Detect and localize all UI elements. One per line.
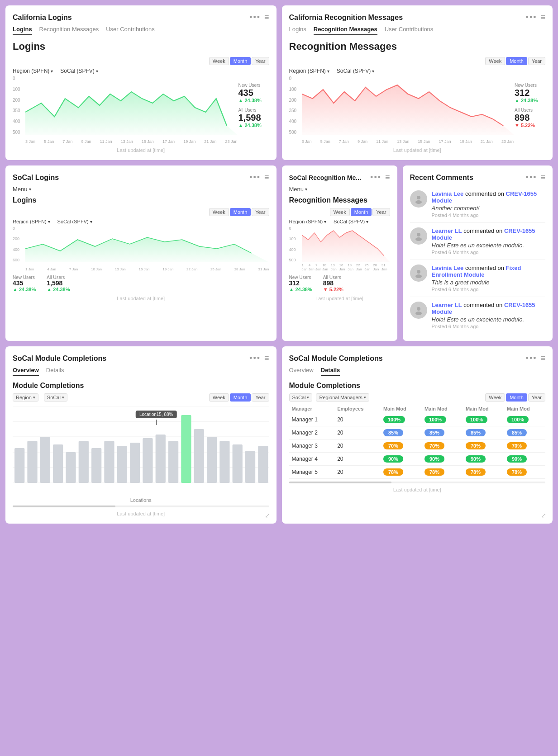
hamburger-menu-icon[interactable]: ≡ bbox=[385, 173, 390, 182]
filter-year[interactable]: Year bbox=[528, 57, 545, 65]
filter-buttons: Week Month Year bbox=[209, 208, 269, 216]
filter-week[interactable]: Week bbox=[209, 393, 229, 402]
dots-menu-icon[interactable]: ••• bbox=[526, 173, 537, 182]
filter-month[interactable]: Month bbox=[351, 208, 372, 216]
menu-dropdown[interactable]: Menu bbox=[13, 186, 269, 193]
filter-year[interactable]: Year bbox=[252, 393, 269, 402]
socal-dropdown[interactable]: SoCal (SPFV) bbox=[57, 219, 92, 224]
avatar bbox=[410, 190, 427, 208]
region-dropdown[interactable]: Region (SPFN) bbox=[13, 219, 50, 224]
y-axis: 5004003502001000 bbox=[289, 76, 302, 135]
filter-year[interactable]: Year bbox=[372, 208, 390, 216]
hamburger-menu-icon[interactable]: ≡ bbox=[540, 13, 545, 22]
dots-menu-icon[interactable]: ••• bbox=[249, 13, 261, 22]
filter-week[interactable]: Week bbox=[209, 57, 229, 65]
filter-month[interactable]: Month bbox=[230, 208, 251, 216]
socal-dropdown[interactable]: SoCal bbox=[44, 393, 67, 402]
comment-text: Hola! Este es un excelente modulo. bbox=[432, 316, 546, 323]
filter-week[interactable]: Week bbox=[330, 208, 350, 216]
filter-month[interactable]: Month bbox=[230, 57, 251, 65]
mod1-cell: 90% bbox=[381, 453, 422, 466]
section-title: Logins bbox=[13, 41, 269, 52]
stats-column: New Users 312 ▲ 24.38% All Users 898 ▼ 5… bbox=[515, 76, 545, 135]
tab-overview[interactable]: Overview bbox=[289, 367, 314, 376]
comment-action: commented on bbox=[463, 227, 504, 234]
y-axis: 5004003502001000 bbox=[13, 76, 25, 135]
region-dropdown[interactable]: Region (SPFN) bbox=[289, 68, 329, 74]
svg-point-3 bbox=[415, 237, 422, 241]
tab-user-contributions[interactable]: User Contributions bbox=[106, 26, 155, 35]
dots-menu-icon[interactable]: ••• bbox=[249, 173, 261, 182]
tab-logins[interactable]: Logins bbox=[289, 26, 306, 35]
regional-managers-dropdown[interactable]: Regional Managers bbox=[316, 393, 369, 402]
menu-dropdown[interactable]: Menu bbox=[289, 186, 390, 193]
table-row: Manager 5 20 78% 78% 78% 78% bbox=[289, 466, 546, 479]
filter-week[interactable]: Week bbox=[485, 393, 505, 402]
scrollbar-thumb[interactable] bbox=[289, 482, 392, 483]
svg-point-7 bbox=[415, 312, 422, 315]
manager-cell: Manager 5 bbox=[289, 466, 335, 479]
svg-point-1 bbox=[415, 200, 422, 204]
card-header: SoCal Recognition Me... ••• ≡ bbox=[289, 173, 390, 182]
col-main-mod-3: Main Mod bbox=[463, 404, 504, 413]
filter-buttons: Week Month Year bbox=[330, 208, 390, 216]
filter-row: Week Month Year bbox=[13, 208, 269, 216]
hamburger-menu-icon[interactable]: ≡ bbox=[264, 354, 269, 363]
tab-details[interactable]: Details bbox=[321, 367, 340, 376]
filter-week[interactable]: Week bbox=[485, 57, 505, 65]
mod3-cell: 85% bbox=[463, 426, 504, 439]
bar-chart: Location15, 88% bbox=[13, 406, 269, 496]
socal-dropdown[interactable]: SoCal (SPFV) bbox=[60, 68, 98, 74]
mod2-cell: 85% bbox=[422, 426, 463, 439]
comment-body: Lavinia Lee commented on CREV-1655 Modul… bbox=[432, 190, 546, 218]
y-axis: 5004001000 bbox=[289, 226, 302, 262]
comment-time: Posted 6 Months ago bbox=[432, 324, 546, 329]
chart-svg-container bbox=[25, 76, 238, 135]
region-dropdown[interactable]: Region bbox=[13, 393, 38, 402]
tab-recognition-messages[interactable]: Recognition Messages bbox=[314, 26, 377, 35]
hamburger-menu-icon[interactable]: ≡ bbox=[264, 173, 269, 182]
region-dropdown[interactable]: Region (SPFN) bbox=[13, 68, 53, 74]
filter-year[interactable]: Year bbox=[252, 57, 269, 65]
dots-menu-icon[interactable]: ••• bbox=[526, 13, 537, 22]
dots-menu-icon[interactable]: ••• bbox=[249, 354, 261, 363]
filter-row: SoCal Regional Managers Week Month Year bbox=[289, 393, 546, 402]
expand-icon[interactable]: ⤢ bbox=[265, 512, 270, 519]
tab-logins[interactable]: Logins bbox=[13, 26, 32, 35]
filter-year[interactable]: Year bbox=[252, 208, 269, 216]
hamburger-menu-icon[interactable]: ≡ bbox=[540, 354, 545, 363]
scrollbar[interactable] bbox=[289, 482, 546, 483]
tab-user-contributions[interactable]: User Contributions bbox=[385, 26, 434, 35]
middle-right-pair: SoCal Recognition Me... ••• ≡ Menu Recog… bbox=[282, 165, 553, 341]
filter-year[interactable]: Year bbox=[528, 393, 545, 402]
stats-column: New Users 435 ▲ 24.38% All Users 1,598 ▲… bbox=[238, 76, 269, 135]
scrollbar[interactable] bbox=[13, 506, 269, 507]
badge: 85% bbox=[507, 429, 527, 436]
expand-icon[interactable]: ⤢ bbox=[541, 512, 546, 519]
svg-point-2 bbox=[417, 233, 420, 236]
scrollbar-thumb[interactable] bbox=[13, 506, 115, 507]
card-title: California Recognition Messages bbox=[289, 14, 403, 22]
hamburger-menu-icon[interactable]: ≡ bbox=[264, 13, 269, 22]
socal-dropdown[interactable]: SoCal bbox=[289, 393, 313, 402]
tab-recognition-messages[interactable]: Recognition Messages bbox=[39, 26, 99, 35]
recent-comments-card: Recent Comments ••• ≡ Lavinia Lee commen… bbox=[403, 165, 553, 341]
filter-month[interactable]: Month bbox=[506, 57, 527, 65]
hamburger-menu-icon[interactable]: ≡ bbox=[540, 173, 545, 182]
last-updated: Last updated at [time] bbox=[289, 147, 546, 153]
filter-month[interactable]: Month bbox=[506, 393, 527, 402]
tab-bar: Overview Details bbox=[13, 367, 269, 376]
socal-dropdown[interactable]: SoCal (SPFV) bbox=[334, 219, 368, 224]
dots-menu-icon[interactable]: ••• bbox=[526, 354, 537, 363]
svg-rect-27 bbox=[181, 415, 191, 483]
tab-details[interactable]: Details bbox=[46, 367, 64, 376]
svg-rect-23 bbox=[130, 443, 140, 483]
region-dropdown[interactable]: Region (SPFN) bbox=[289, 219, 327, 224]
filter-month[interactable]: Month bbox=[230, 393, 251, 402]
socal-dropdown[interactable]: SoCal (SPFV) bbox=[337, 68, 374, 74]
dots-menu-icon[interactable]: ••• bbox=[370, 173, 382, 182]
filter-week[interactable]: Week bbox=[209, 208, 229, 216]
card-header: SoCal Module Completions ••• ≡ bbox=[289, 354, 546, 363]
all-users-label: All Users bbox=[238, 108, 269, 113]
tab-overview[interactable]: Overview bbox=[13, 367, 39, 376]
